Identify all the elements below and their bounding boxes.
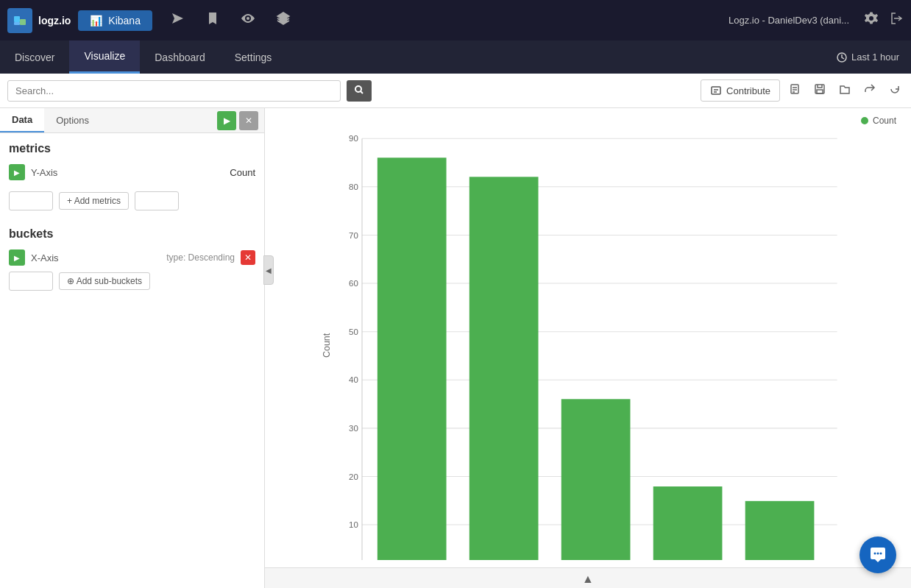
bar-eb-commands[interactable] [377, 157, 447, 560]
svg-text:20: 20 [349, 472, 358, 481]
send-icon-button[interactable] [167, 8, 188, 32]
main-area: Data Options ▶ ✕ metrics ▶ Y-Axis Count [0, 108, 911, 588]
search-input[interactable] [7, 80, 341, 102]
bucket-label: X-Axis [31, 252, 160, 263]
bar-nginx[interactable] [653, 486, 723, 560]
svg-text:60: 60 [349, 279, 358, 288]
panel-content: metrics ▶ Y-Axis Count + Add metrics buc… [0, 133, 264, 588]
up-arrow-bar: ▲ [265, 567, 911, 588]
play-button[interactable]: ▶ [217, 111, 236, 130]
svg-rect-0 [14, 16, 20, 22]
tab-data[interactable]: Data [0, 108, 44, 132]
logo-text: logz.io [38, 15, 71, 26]
svg-rect-1 [20, 19, 26, 25]
metric-row: ▶ Y-Axis Count [9, 164, 255, 180]
tab-settings[interactable]: Settings [220, 40, 287, 74]
legend-label: Count [873, 116, 896, 126]
svg-point-39 [877, 553, 879, 555]
kibana-label: Kibana [108, 15, 141, 26]
svg-text:10: 10 [349, 520, 358, 529]
tab-options[interactable]: Options [44, 109, 101, 132]
last-hour-label: Last 1 hour [851, 52, 899, 63]
panel-tabs: Data Options ▶ ✕ [0, 108, 264, 133]
refresh-icon-button[interactable] [886, 80, 904, 101]
save-icon-button[interactable] [811, 80, 829, 101]
svg-text:30: 30 [349, 424, 358, 433]
panel-tab-actions: ▶ ✕ [217, 111, 264, 130]
bookmark-icon-button[interactable] [202, 8, 223, 32]
kibana-button[interactable]: 📊 Kibana [78, 10, 152, 31]
bucket-row: ▶ X-Axis type: Descending ✕ [9, 249, 255, 266]
chart-legend: Count [861, 116, 896, 126]
bucket-badge: ▶ [9, 249, 25, 266]
legend-dot [861, 117, 868, 124]
bar-eb-activity[interactable] [561, 399, 631, 560]
search-bar-container: Contribute [0, 74, 911, 108]
bar-nodejs[interactable] [745, 501, 815, 560]
svg-text:90: 90 [349, 134, 358, 143]
up-arrow-button[interactable]: ▲ [582, 573, 594, 586]
svg-text:50: 50 [349, 327, 358, 336]
contribute-button[interactable]: Contribute [701, 79, 780, 102]
user-info: Logz.io - DanielDev3 (dani... [729, 15, 849, 26]
svg-rect-2 [14, 22, 20, 25]
svg-text:Count: Count [322, 333, 332, 358]
bar-cloudformation[interactable] [469, 177, 539, 560]
bucket-type: type: Descending [166, 252, 235, 263]
tab-dashboard[interactable]: Dashboard [140, 40, 220, 74]
second-nav: Discover Visualize Dashboard Settings La… [0, 40, 911, 74]
chart-icon: 📊 [90, 15, 102, 26]
metric-badge: ▶ [9, 164, 25, 180]
layers-icon-button[interactable] [273, 8, 294, 32]
svg-point-40 [880, 553, 882, 555]
svg-rect-6 [712, 87, 720, 94]
svg-text:80: 80 [349, 183, 358, 191]
contribute-label: Contribute [726, 85, 770, 96]
gear-icon-button[interactable] [864, 11, 879, 29]
eye-icon-button[interactable] [238, 8, 258, 32]
svg-point-38 [874, 553, 876, 555]
remove-bucket-button[interactable]: ✕ [241, 250, 255, 265]
add-metrics-button[interactable]: + Add metrics [59, 192, 129, 210]
last-hour-button[interactable]: Last 1 hour [825, 40, 911, 74]
metrics-title: metrics [9, 142, 255, 155]
buckets-section: buckets ▶ X-Axis type: Descending ✕ ⊕ Ad… [9, 227, 255, 291]
metric-value: Count [230, 167, 255, 178]
chat-button[interactable] [859, 536, 896, 573]
share-icon-button[interactable] [861, 80, 879, 101]
tab-visualize[interactable]: Visualize [69, 40, 140, 74]
svg-text:70: 70 [349, 231, 358, 240]
metric-label: Y-Axis [31, 167, 224, 178]
tab-discover[interactable]: Discover [0, 40, 69, 74]
new-doc-icon-button[interactable] [786, 80, 804, 101]
top-nav: logz.io 📊 Kibana Logz.io - Dan [0, 0, 911, 40]
open-icon-button[interactable] [836, 80, 854, 101]
buckets-title: buckets [9, 227, 255, 241]
logo-box [7, 8, 32, 33]
add-sub-buckets-button[interactable]: ⊕ Add sub-buckets [59, 272, 150, 290]
search-button[interactable] [347, 80, 372, 102]
top-right-icons [864, 11, 904, 29]
svg-text:40: 40 [349, 375, 358, 384]
toolbar-icons [786, 80, 904, 101]
chart-area: Count Count 90 80 70 60 50 40 30 20 10 [265, 108, 911, 588]
close-panel-button[interactable]: ✕ [239, 111, 258, 130]
left-panel: Data Options ▶ ✕ metrics ▶ Y-Axis Count [0, 108, 265, 588]
logo-area: logz.io [7, 8, 71, 33]
svg-point-3 [869, 16, 873, 21]
second-nav-right: Last 1 hour [825, 40, 911, 74]
nav-icons [167, 8, 294, 32]
collapse-handle[interactable]: ◀ [263, 255, 274, 285]
logout-icon-button[interactable] [889, 11, 904, 29]
chart-svg: Count 90 80 70 60 50 40 30 20 10 0 [272, 116, 896, 560]
svg-point-5 [355, 86, 361, 92]
